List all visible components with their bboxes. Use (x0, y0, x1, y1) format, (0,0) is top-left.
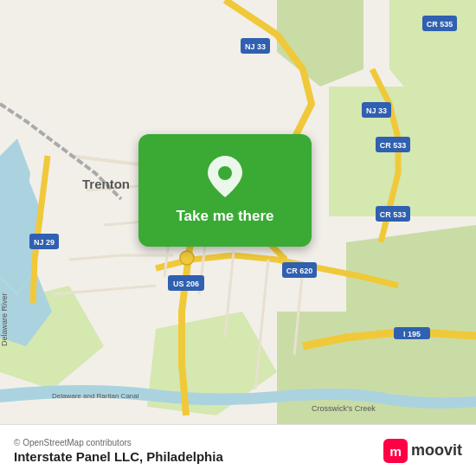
svg-text:Delaware River: Delaware River (0, 293, 9, 346)
svg-text:I 195: I 195 (403, 330, 421, 338)
take-me-there-label: Take me there (176, 208, 273, 225)
svg-text:NJ 33: NJ 33 (245, 42, 266, 51)
svg-point-35 (180, 251, 194, 265)
svg-text:m: m (389, 443, 402, 458)
attribution-text: © OpenStreetMap contributors (14, 438, 223, 447)
take-me-there-container[interactable]: Take me there (138, 134, 312, 247)
take-me-there-button[interactable]: Take me there (138, 134, 312, 247)
svg-point-36 (218, 166, 232, 180)
moovit-text: moovit (411, 441, 462, 460)
svg-text:CR 535: CR 535 (427, 20, 453, 29)
bottom-bar: © OpenStreetMap contributors Interstate … (0, 424, 476, 476)
location-pin-icon (208, 156, 242, 201)
moovit-logo: m moovit (383, 439, 462, 463)
svg-text:NJ 33: NJ 33 (366, 106, 387, 115)
moovit-icon: m (383, 439, 408, 463)
svg-text:CR 620: CR 620 (286, 267, 313, 275)
svg-text:Trenton: Trenton (82, 177, 130, 191)
svg-text:Crosswick's Creek: Crosswick's Creek (312, 404, 376, 413)
svg-text:US 206: US 206 (173, 280, 199, 288)
location-name: Interstate Panel LLC, Philadelphia (14, 449, 223, 464)
map-container: I 195 NJ 33 NJ 33 CR 533 CR 533 CR 535 C… (0, 0, 476, 424)
svg-text:Delaware and Raritan Canal: Delaware and Raritan Canal (52, 392, 139, 400)
svg-text:NJ 29: NJ 29 (34, 238, 55, 247)
svg-text:CR 533: CR 533 (380, 210, 407, 219)
location-info: © OpenStreetMap contributors Interstate … (14, 438, 223, 464)
svg-text:CR 533: CR 533 (380, 141, 407, 150)
